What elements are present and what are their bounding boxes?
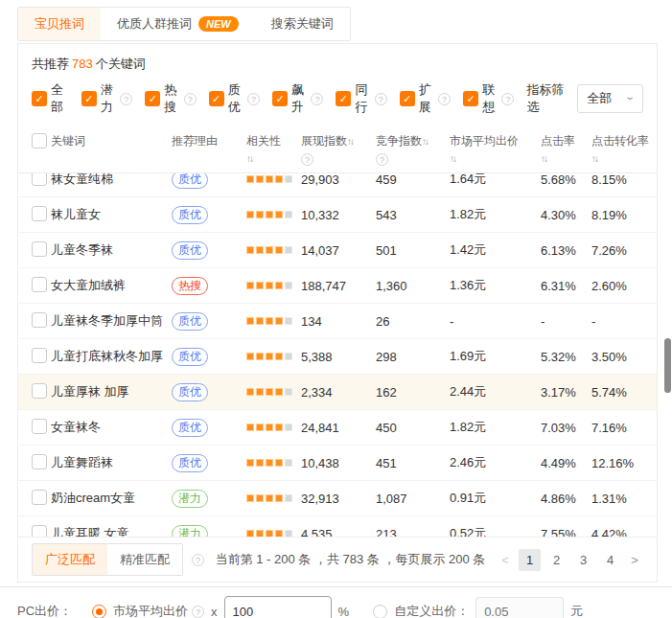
filter-rising[interactable]: 飙升 xyxy=(272,81,323,116)
row-checkbox[interactable] xyxy=(32,525,47,538)
tab-crowd-recommend[interactable]: 优质人群推词NEW xyxy=(101,8,255,40)
help-icon[interactable] xyxy=(501,93,514,105)
next-page-icon[interactable] xyxy=(626,553,643,567)
table-row: 袜儿童女质优10,3325431.82元4.30%8.19% xyxy=(18,197,657,233)
row-checkbox[interactable] xyxy=(32,241,47,257)
row-checkbox[interactable] xyxy=(32,490,47,505)
help-icon[interactable] xyxy=(311,93,323,105)
reason-cell: 质优 xyxy=(172,241,246,260)
keyword-cell[interactable]: 儿童厚袜 加厚 xyxy=(51,383,172,401)
row-checkbox[interactable] xyxy=(32,383,47,399)
broad-match-button[interactable]: 广泛匹配 xyxy=(33,544,107,575)
relevance-bar-segment xyxy=(246,246,254,254)
filter-expand[interactable]: 扩展 xyxy=(400,81,451,116)
keyword-cell[interactable]: 女大童加绒裤 xyxy=(51,277,172,294)
competition-cell: 459 xyxy=(376,173,450,187)
filter-association[interactable]: 联想 xyxy=(463,81,514,116)
page-number-2[interactable]: 2 xyxy=(545,549,568,571)
vertical-scrollbar-thumb[interactable] xyxy=(664,338,671,393)
column-header-label[interactable]: 点击率 xyxy=(541,133,591,149)
ctr-cell: 7.03% xyxy=(541,421,591,435)
filter-potential[interactable]: 潜力 xyxy=(81,81,132,116)
keyword-cell[interactable]: 袜儿童女 xyxy=(51,206,172,223)
keyword-cell[interactable]: 袜女童纯棉 xyxy=(51,173,172,188)
reason-cell: 质优 xyxy=(172,206,246,224)
keyword-cell[interactable]: 儿童耳暖 女童 xyxy=(51,525,172,537)
keyword-cell[interactable]: 女童袜冬 xyxy=(51,419,172,436)
checkbox-checked-icon[interactable] xyxy=(145,91,160,106)
row-checkbox[interactable] xyxy=(32,312,47,328)
help-icon[interactable] xyxy=(184,93,197,105)
row-checkbox[interactable] xyxy=(32,419,47,434)
checkbox-checked-icon[interactable] xyxy=(32,91,47,106)
market-avg-bid-radio[interactable] xyxy=(92,605,106,618)
column-header-label[interactable]: 推荐理由 xyxy=(172,133,246,149)
column-header-label[interactable]: 相关性 xyxy=(246,133,301,149)
column-header-label[interactable]: 关键词 xyxy=(51,133,172,149)
sort-icon[interactable] xyxy=(246,152,252,166)
row-checkbox[interactable] xyxy=(32,173,47,186)
bid-multiplier-input[interactable] xyxy=(224,596,332,618)
row-checkbox-cell xyxy=(32,525,51,538)
sort-icon[interactable] xyxy=(347,134,353,149)
tab-search-keywords[interactable]: 搜索关键词 xyxy=(255,8,350,40)
filter-quality[interactable]: 质优 xyxy=(209,81,260,116)
cvr-cell: 12.16% xyxy=(591,456,643,470)
impressions-cell: 32,913 xyxy=(301,492,376,506)
select-all-checkbox[interactable] xyxy=(32,133,47,149)
row-checkbox[interactable] xyxy=(32,454,47,469)
checkbox-checked-icon[interactable] xyxy=(336,91,351,106)
relevance-bars xyxy=(246,211,301,218)
column-header-label[interactable]: 竞争指数 xyxy=(376,133,450,149)
help-icon[interactable] xyxy=(247,93,260,105)
column-header-label[interactable]: 市场平均出价 xyxy=(450,133,541,149)
filter-label: 质优 xyxy=(228,81,243,116)
help-icon[interactable] xyxy=(301,153,313,166)
keyword-cell[interactable]: 儿童袜冬季加厚中筒 xyxy=(51,312,172,330)
match-help-icon[interactable] xyxy=(192,554,204,566)
sort-icon[interactable] xyxy=(591,152,597,166)
filter-all[interactable]: 全部 xyxy=(32,81,69,116)
help-icon[interactable] xyxy=(375,93,387,105)
checkbox-checked-icon[interactable] xyxy=(400,91,415,106)
page-number-3[interactable]: 3 xyxy=(572,549,594,571)
custom-bid-input[interactable] xyxy=(475,597,564,618)
sort-icon[interactable] xyxy=(422,134,428,149)
column-header-label[interactable]: 展现指数 xyxy=(301,133,376,149)
market-avg-bid-help-icon[interactable] xyxy=(192,606,204,618)
sort-icon[interactable] xyxy=(541,152,546,166)
keyword-cell[interactable]: 儿童打底袜秋冬加厚 xyxy=(51,348,172,365)
relevance-bars xyxy=(246,175,301,183)
checkbox-checked-icon[interactable] xyxy=(272,91,288,106)
keyword-cell[interactable]: 儿童舞蹈袜 xyxy=(51,454,172,471)
sort-icon[interactable] xyxy=(450,152,455,166)
prev-page-icon[interactable] xyxy=(497,553,514,567)
relevance-bar-segment xyxy=(246,317,254,325)
metric-filter-select[interactable]: 全部 xyxy=(577,84,643,113)
page-number-1[interactable]: 1 xyxy=(519,549,541,571)
keyword-cell[interactable]: 儿童冬季袜 xyxy=(51,241,172,259)
custom-bid-radio[interactable] xyxy=(373,605,387,618)
filter-peer[interactable]: 同行 xyxy=(336,81,386,116)
row-checkbox[interactable] xyxy=(32,277,47,292)
checkbox-checked-icon[interactable] xyxy=(209,91,224,106)
help-icon[interactable] xyxy=(120,93,132,105)
help-icon[interactable] xyxy=(376,153,388,166)
relevance-bar-segment xyxy=(275,423,283,431)
relevance-bar-segment xyxy=(266,388,273,396)
tab-item-recommend[interactable]: 宝贝推词 xyxy=(18,8,101,40)
column-label-text: 点击率 xyxy=(541,134,575,148)
page-number-4[interactable]: 4 xyxy=(599,549,621,571)
filter-hot-search[interactable]: 热搜 xyxy=(145,81,196,116)
column-header-sub xyxy=(246,151,301,165)
checkbox-checked-icon[interactable] xyxy=(81,91,97,106)
keyword-cell[interactable]: 奶油cream女童 xyxy=(51,490,172,507)
exact-match-button[interactable]: 精准匹配 xyxy=(107,544,182,575)
impressions-cell: 5,388 xyxy=(301,350,376,364)
column-header-label[interactable]: 点击转化率 xyxy=(591,133,643,149)
help-icon[interactable] xyxy=(438,93,451,105)
row-checkbox[interactable] xyxy=(32,206,47,221)
checkbox-checked-icon[interactable] xyxy=(463,91,478,106)
column-label-text: 竞争指数 xyxy=(376,134,422,148)
row-checkbox[interactable] xyxy=(32,348,47,363)
